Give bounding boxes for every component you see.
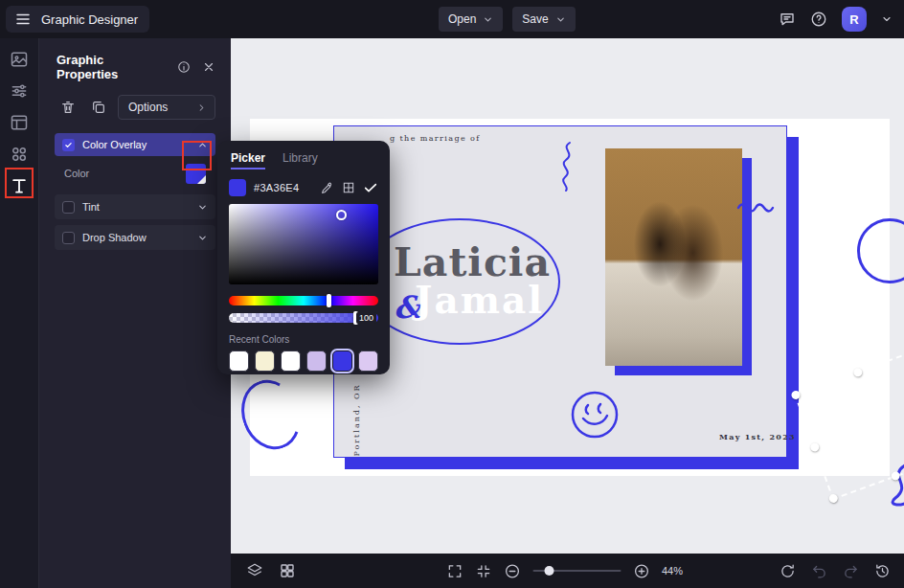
resize-handle[interactable] [852, 367, 864, 378]
smiley-doodle[interactable] [569, 389, 621, 441]
sidebar-item-adjust[interactable] [10, 81, 29, 101]
sidebar-item-elements[interactable] [10, 145, 29, 164]
recent-color-swatch[interactable] [306, 351, 327, 372]
delete-button[interactable] [56, 96, 79, 119]
hex-value-input[interactable]: #3A36E4 [254, 182, 313, 193]
tint-checkbox[interactable] [62, 201, 75, 214]
recent-color-swatch[interactable] [281, 351, 301, 372]
pages-grid-icon[interactable] [279, 562, 296, 579]
account-chevron-down-icon[interactable] [881, 13, 893, 25]
tab-picker[interactable]: Picker [231, 151, 265, 170]
drop-shadow-label: Drop Shadow [82, 232, 190, 243]
zoom-slider[interactable] [532, 570, 621, 572]
options-button[interactable]: Options [118, 95, 215, 120]
color-row-label: Color [64, 168, 186, 179]
sidebar-item-media[interactable] [10, 50, 29, 69]
help-icon[interactable] [810, 11, 827, 28]
sidebar-item-layout[interactable] [10, 113, 29, 132]
duplicate-button[interactable] [87, 96, 110, 119]
topbar: Graphic Designer Open Save R [0, 0, 904, 38]
chevron-down-icon [555, 14, 566, 25]
opacity-value: 100 [356, 312, 376, 324]
recent-color-swatch-selected[interactable] [332, 351, 352, 372]
open-button[interactable]: Open [439, 7, 503, 32]
zoom-level-value[interactable]: 44% [662, 565, 689, 577]
undo-icon[interactable] [811, 563, 827, 579]
caption-text[interactable]: g the marriage of [390, 134, 481, 143]
section-color-overlay[interactable]: Color Overlay [55, 133, 215, 156]
chevron-down-icon [197, 233, 208, 243]
app-title: Graphic Designer [41, 12, 138, 27]
color-overlay-label: Color Overlay [82, 139, 190, 150]
fullscreen-icon[interactable] [446, 563, 463, 579]
chevron-up-icon [197, 140, 208, 150]
recent-color-swatch[interactable] [358, 351, 378, 372]
zoom-in-icon[interactable] [633, 563, 649, 579]
recent-colors-label: Recent Colors [229, 334, 378, 345]
color-picker-popup: Picker Library #3A36E4 100 Recent Colors [217, 141, 390, 374]
tint-label: Tint [82, 201, 190, 213]
confirm-check-icon[interactable] [363, 180, 378, 195]
refresh-icon[interactable] [780, 563, 796, 579]
arc-doodle-left[interactable] [232, 372, 310, 458]
feedback-comment-icon[interactable] [779, 11, 796, 28]
sv-cursor[interactable] [336, 210, 347, 220]
overlay-color-swatch[interactable] [186, 164, 206, 184]
chevron-down-icon [197, 202, 208, 213]
panel-title: Graphic Properties [56, 53, 166, 81]
tab-library[interactable]: Library [282, 151, 318, 170]
wave-squiggle[interactable] [736, 199, 775, 213]
hue-slider[interactable] [229, 296, 378, 305]
close-icon[interactable] [202, 60, 215, 74]
couple-photo[interactable] [605, 148, 742, 366]
tool-rail [0, 38, 38, 588]
section-tint[interactable]: Tint [55, 194, 215, 219]
chevron-down-icon [483, 14, 493, 25]
eyedropper-icon[interactable] [321, 181, 334, 194]
opacity-slider[interactable]: 100 [229, 313, 378, 323]
current-color-swatch [229, 179, 246, 196]
properties-panel: Graphic Properties Options Color Overlay [38, 38, 231, 588]
history-icon[interactable] [874, 563, 891, 579]
open-button-label: Open [448, 12, 476, 26]
app-menu[interactable]: Graphic Designer [6, 6, 149, 33]
chevron-right-icon [196, 102, 207, 113]
recent-colors-row [217, 351, 390, 372]
circle-doodle-right[interactable] [857, 218, 904, 283]
zoom-out-icon[interactable] [504, 563, 520, 579]
date-text[interactable]: May 1st, 2023 [719, 432, 796, 441]
bottom-toolbar: 44% [231, 554, 904, 588]
recent-color-swatch[interactable] [229, 351, 249, 372]
zigzag-squiggle[interactable] [556, 140, 577, 193]
recent-color-swatch[interactable] [255, 351, 275, 372]
saturation-value-area[interactable] [229, 204, 378, 284]
hue-slider-handle[interactable] [327, 294, 331, 307]
fit-to-screen-icon[interactable] [475, 563, 491, 579]
layers-icon[interactable] [246, 562, 263, 579]
zoom-slider-handle[interactable] [544, 566, 554, 576]
redo-icon[interactable] [843, 563, 859, 579]
hamburger-icon[interactable] [14, 11, 32, 28]
swatch-grid-icon[interactable] [342, 181, 355, 194]
sidebar-item-text[interactable] [10, 176, 29, 195]
color-row: Color [39, 162, 231, 191]
save-button-label: Save [522, 12, 548, 26]
avatar[interactable]: R [842, 7, 867, 32]
section-drop-shadow[interactable]: Drop Shadow [55, 225, 215, 250]
color-overlay-checkbox[interactable] [62, 139, 75, 151]
name-second-text[interactable]: Jamal [415, 278, 544, 322]
drop-shadow-checkbox[interactable] [62, 232, 75, 244]
options-button-label: Options [128, 101, 168, 114]
save-button[interactable]: Save [512, 7, 575, 32]
info-icon[interactable] [177, 60, 191, 74]
location-text[interactable]: Portland, OR [352, 377, 361, 464]
